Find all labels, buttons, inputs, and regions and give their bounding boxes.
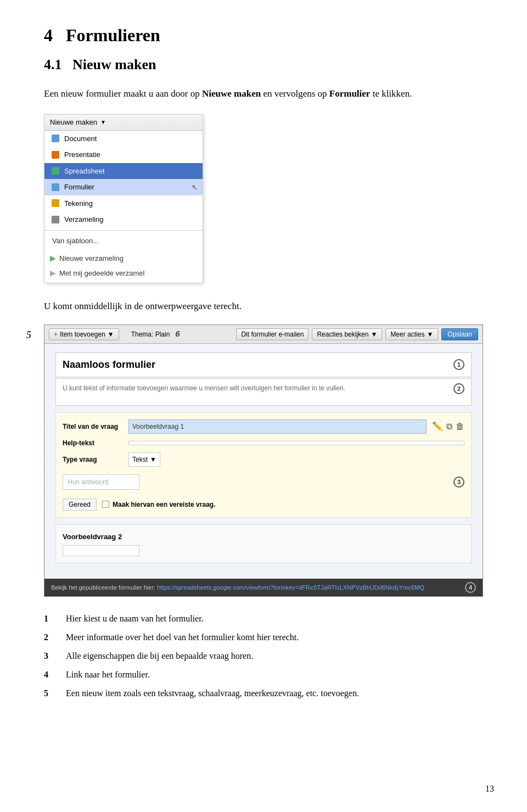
email-label: Dit formulier e-mailen <box>241 331 304 338</box>
dropdown-items-list: Document Presentatie Spreadsheet Formuli… <box>44 131 203 249</box>
dropdown-item-tekening-label: Tekening <box>64 198 93 209</box>
item-toevoegen-arrow-icon: ▼ <box>108 331 114 338</box>
chapter-title: 4 Formulieren <box>44 22 483 48</box>
transition-text: U komt onmiddellijk in de ontwerpweergav… <box>44 299 483 313</box>
below-label-2: Met mij gedeelde verzamel <box>59 268 144 279</box>
below-label-1: Nieuwe verzameling <box>59 253 124 264</box>
item-toevoegen-label: Item toevoegen <box>60 331 105 338</box>
below-row-2: ▶ Met mij gedeelde verzamel <box>50 266 197 281</box>
edit-icon[interactable]: ✏️ <box>432 420 443 433</box>
q2-input[interactable] <box>63 545 139 556</box>
email-button[interactable]: Dit formulier e-mailen <box>236 328 309 340</box>
form-title-area: Naamloos formulier 1 <box>55 352 472 377</box>
delete-icon[interactable]: 🗑 <box>456 420 464 433</box>
form-title-num: 1 <box>453 359 464 370</box>
question2-box: Voorbeeldvraag 2 <box>55 524 472 564</box>
q1-titel-input[interactable]: Voorbeeldvraag 1 <box>128 419 427 434</box>
required-checkbox[interactable] <box>102 501 109 508</box>
meer-button[interactable]: Meer acties ▼ <box>385 328 438 340</box>
side-num-5: 5 <box>26 328 31 343</box>
plus-icon: + <box>54 331 58 338</box>
q1-titel-row: Titel van de vraag Voorbeeldvraag 1 ✏️ ⧉… <box>63 419 464 434</box>
cursor-icon: ↖ <box>192 181 198 193</box>
annotation-3-num: 3 <box>44 649 57 663</box>
required-check: Maak hiervan een vereiste vraag. <box>102 500 215 509</box>
annotation-2: 2 Meer informatie over het doel van het … <box>44 631 483 644</box>
form-editor-screenshot: + Item toevoegen ▼ Thema: Plain 6 Dit fo… <box>44 324 483 597</box>
dropdown-item-verzameling[interactable]: Verzameling <box>44 211 203 228</box>
dropdown-screenshot: Nieuwe maken ▼ Document Presentatie Spre… <box>44 114 203 283</box>
q1-answer-preview: Hun antwoord <box>63 474 139 490</box>
annotation-3: 3 Alle eigenschappen die bij een bepaald… <box>44 649 483 663</box>
below-dropdown-area: ▶ Nieuwe verzameling ▶ Met mij gedeelde … <box>44 249 203 283</box>
annotation-5-text: Een nieuw item zoals een tekstvraag, sch… <box>66 687 359 700</box>
annotation-1: 1 Hier kiest u de naam van het formulier… <box>44 612 483 625</box>
opslaan-button[interactable]: Opslaan <box>441 328 478 340</box>
intro-paragraph: Een nieuw formulier maakt u aan door op … <box>44 86 483 101</box>
question1-box: Titel van de vraag Voorbeeldvraag 1 ✏️ ⧉… <box>55 412 472 518</box>
play-icon: ▶ <box>50 253 56 264</box>
section-title: 4.1 Nieuw maken <box>44 54 483 75</box>
footer-link[interactable]: https://spreadsheets.google.com/viewform… <box>157 584 424 591</box>
meer-arrow-icon: ▼ <box>427 331 433 338</box>
dropdown-item-document[interactable]: Document <box>44 131 203 147</box>
dropdown-item-formulier-label: Formulier <box>64 182 94 193</box>
thema-num: 6 <box>175 328 180 340</box>
form-icon <box>51 183 60 192</box>
annotations-list: 1 Hier kiest u de naam van het formulier… <box>44 612 483 700</box>
reacties-arrow-icon: ▼ <box>371 331 377 338</box>
dropdown-item-template[interactable]: Van sjabloon... <box>44 233 203 249</box>
q1-answer-row: Hun antwoord 3 <box>63 471 464 493</box>
form-editor-wrapper: 5 + Item toevoegen ▼ Thema: Plain 6 Dit … <box>44 324 483 597</box>
annotation-5: 5 Een nieuw item zoals een tekstvraag, s… <box>44 687 483 700</box>
divider <box>44 230 203 231</box>
form-body: Naamloos formulier 1 U kunt tekst of inf… <box>44 344 483 579</box>
dropdown-template-label: Van sjabloon... <box>52 236 99 247</box>
dropdown-item-formulier[interactable]: Formulier ↖ <box>44 179 203 195</box>
dropdown-item-presentatie[interactable]: Presentatie <box>44 147 203 163</box>
annotation-4-num: 4 <box>44 668 57 681</box>
q1-type-select[interactable]: Tekst ▼ <box>128 452 160 467</box>
annotation-4: 4 Link naar het formulier. <box>44 668 483 681</box>
form-footer-content: Bekijk het gepubliceerde formulier hier:… <box>51 583 465 592</box>
dropdown-header-label: Nieuwe maken <box>50 117 97 128</box>
dropdown-item-tekening[interactable]: Tekening <box>44 195 203 212</box>
question1-wrapper: Titel van de vraag Voorbeeldvraag 1 ✏️ ⧉… <box>55 412 472 518</box>
q1-help-input[interactable] <box>128 441 464 445</box>
pres-icon <box>51 150 60 159</box>
meer-label: Meer acties <box>390 331 424 338</box>
form-desc-text: U kunt tekst of informatie toevoegen waa… <box>63 383 453 393</box>
opslaan-label: Opslaan <box>447 331 472 338</box>
annotation-3-text: Alle eigenschappen die bij een bepaalde … <box>66 649 253 663</box>
drawing-icon <box>51 199 60 208</box>
reacties-button[interactable]: Reacties bekijken ▼ <box>312 328 382 340</box>
shared-icon: ▶ <box>50 267 56 279</box>
gereed-button[interactable]: Gereed <box>63 499 97 511</box>
sheet-icon <box>51 166 60 175</box>
dropdown-header[interactable]: Nieuwe maken ▼ <box>44 115 203 131</box>
below-row-1: ▶ Nieuwe verzameling <box>50 251 197 266</box>
annotation-1-text: Hier kiest u de naam van het formulier. <box>66 612 204 625</box>
q1-edit-icons: ✏️ ⧉ 🗑 <box>432 420 464 433</box>
q1-help-row: Help-tekst <box>63 438 464 448</box>
annotation-2-num: 2 <box>44 631 57 644</box>
copy-icon[interactable]: ⧉ <box>446 420 452 433</box>
form-desc-area: U kunt tekst of informatie toevoegen waa… <box>55 378 472 406</box>
required-label: Maak hiervan een vereiste vraag. <box>113 500 215 509</box>
dropdown-item-spreadsheet[interactable]: Spreadsheet <box>44 163 203 180</box>
q1-type-value: Tekst <box>132 455 148 464</box>
q1-actions-left: Gereed Maak hiervan een vereiste vraag. <box>63 499 215 511</box>
annotation-4-text: Link naar het formulier. <box>66 668 150 681</box>
footer-num: 4 <box>465 582 476 593</box>
dropdown-item-document-label: Document <box>64 133 97 144</box>
item-toevoegen-button[interactable]: + Item toevoegen ▼ <box>49 328 119 340</box>
dropdown-item-presentatie-label: Presentatie <box>64 149 100 160</box>
reacties-label: Reacties bekijken <box>317 331 368 338</box>
dropdown-item-verzameling-label: Verzameling <box>64 214 104 225</box>
q1-num-3: 3 <box>453 477 464 488</box>
coll-icon <box>51 215 60 224</box>
form-desc-num: 2 <box>453 383 464 394</box>
dropdown-item-spreadsheet-label: Spreadsheet <box>64 166 105 177</box>
q1-titel-label: Titel van de vraag <box>63 422 123 432</box>
q2-title: Voorbeeldvraag 2 <box>63 531 464 542</box>
